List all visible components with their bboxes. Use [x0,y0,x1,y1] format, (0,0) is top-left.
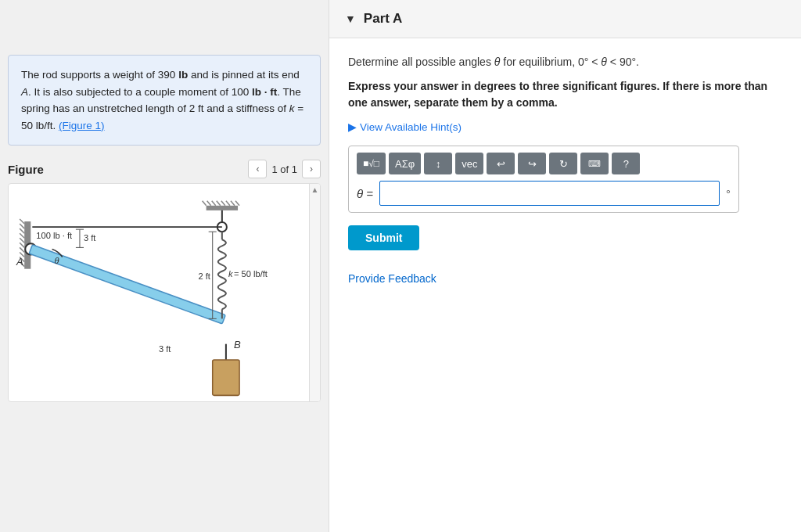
theta-input[interactable] [379,181,720,206]
symbols-button[interactable]: ΑΣφ [389,153,421,174]
vec-label: vec [462,158,477,170]
figure-count: 1 of 1 [271,164,297,175]
arrows-icon: ↕ [436,158,441,170]
theta-label: θ = [357,187,373,200]
svg-text:3 ft: 3 ft [84,234,95,243]
svg-text:A: A [16,256,23,268]
next-figure-button[interactable]: › [302,160,321,178]
redo-icon: ↪ [528,158,537,170]
help-icon: ? [623,158,629,170]
figure-header: Figure ‹ 1 of 1 › [8,160,321,178]
undo-icon: ↩ [497,158,505,170]
instruction-text: Express your answer in degrees to three … [348,78,782,111]
right-panel: ▼ Part A Determine all possible angles θ… [329,0,801,532]
math-input-area: ■√□ ΑΣφ ↕ vec ↩ ↪ ↻ [348,146,739,213]
math-toolbar: ■√□ ΑΣφ ↕ vec ↩ ↪ ↻ [357,153,731,174]
redo-button[interactable]: ↪ [518,153,546,174]
figure-nav: ‹ 1 of 1 › [248,160,321,178]
hint-link[interactable]: ▶ View Available Hint(s) [348,120,782,133]
matrix-sqrt-button[interactable]: ■√□ [357,153,386,174]
symbols-icon: ΑΣφ [395,158,415,170]
part-title: Part A [364,11,402,27]
svg-text:100 lb · ft: 100 lb · ft [36,232,72,241]
figure-container: ▲ [8,183,321,402]
keyboard-button[interactable]: ⌨ [580,153,609,174]
figure-section: Figure ‹ 1 of 1 › ▲ [8,160,321,524]
scroll-bar[interactable]: ▲ [309,184,320,401]
hint-link-label: View Available Hint(s) [360,121,462,133]
svg-text:3 ft: 3 ft [159,344,171,354]
collapse-arrow-icon[interactable]: ▼ [345,13,356,25]
figure-link[interactable]: (Figure 1) [59,120,105,131]
refresh-icon: ↻ [559,158,568,170]
figure-svg: A θ 3 ft k = 5 [9,184,309,401]
arrows-button[interactable]: ↕ [424,153,452,174]
vec-button[interactable]: vec [455,153,483,174]
submit-button[interactable]: Submit [348,225,419,250]
math-input-row: θ = ° [357,181,731,206]
scroll-up-icon[interactable]: ▲ [311,185,319,194]
figure-label: Figure [8,163,44,176]
part-content: Determine all possible angles θ for equi… [329,38,801,300]
svg-text:2 ft: 2 ft [199,271,210,281]
hint-arrow-icon: ▶ [348,120,357,133]
svg-text:= 50 lb/ft: = 50 lb/ft [234,269,268,279]
svg-text:θ: θ [55,256,59,265]
matrix-sqrt-icon: ■√□ [363,158,379,169]
feedback-link[interactable]: Provide Feedback [348,272,436,285]
svg-rect-43 [213,360,239,395]
degree-symbol: ° [726,187,731,200]
prev-figure-button[interactable]: ‹ [248,160,267,178]
refresh-button[interactable]: ↻ [549,153,577,174]
part-header: ▼ Part A [329,0,801,38]
problem-description: The rod supports a weight of 390 lb and … [8,55,321,146]
svg-text:B: B [234,339,241,350]
left-panel: The rod supports a weight of 390 lb and … [0,0,329,532]
keyboard-icon: ⌨ [588,159,601,169]
svg-rect-2 [207,206,238,210]
help-button[interactable]: ? [612,153,640,174]
question-text: Determine all possible angles θ for equi… [348,54,782,70]
undo-button[interactable]: ↩ [487,153,515,174]
